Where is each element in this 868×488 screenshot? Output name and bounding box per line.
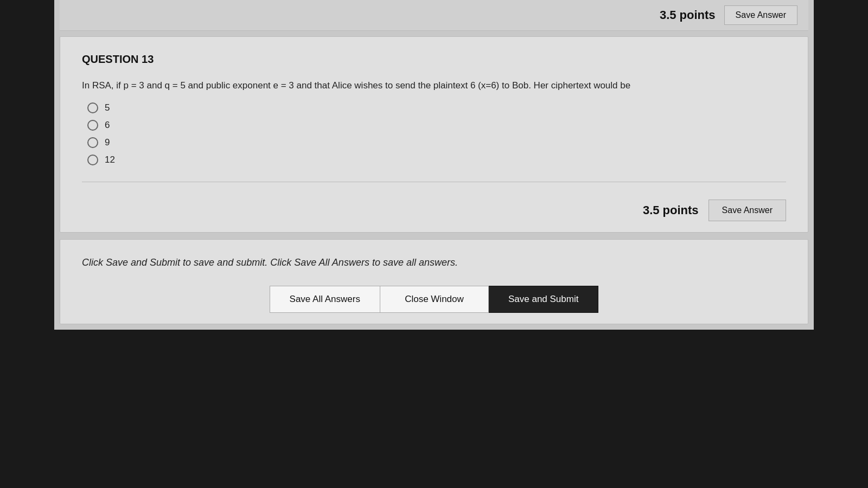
radio-5[interactable] <box>87 102 98 113</box>
question-text: In RSA, if p = 3 and q = 5 and public ex… <box>82 79 786 93</box>
option-item-12[interactable]: 12 <box>87 155 786 165</box>
option-item-5[interactable]: 5 <box>87 102 786 113</box>
option-label-5: 5 <box>105 102 110 113</box>
options-list: 5 6 9 12 <box>87 102 786 165</box>
option-label-9: 9 <box>105 137 110 148</box>
top-points-bar: 3.5 points Save Answer <box>60 0 808 31</box>
radio-12[interactable] <box>87 155 98 165</box>
footer-buttons: Save All Answers Close Window Save and S… <box>82 286 786 313</box>
option-label-12: 12 <box>105 155 115 165</box>
question-card: QUESTION 13 In RSA, if p = 3 and q = 5 a… <box>60 36 808 233</box>
footer-instruction: Click Save and Submit to save and submit… <box>82 255 786 271</box>
footer-card: Click Save and Submit to save and submit… <box>60 239 808 324</box>
top-points-label: 3.5 points <box>660 8 716 22</box>
top-save-answer-button[interactable]: Save Answer <box>724 5 797 25</box>
radio-6[interactable] <box>87 120 98 131</box>
close-window-button[interactable]: Close Window <box>380 286 489 313</box>
save-submit-button[interactable]: Save and Submit <box>489 286 598 313</box>
question-label: QUESTION 13 <box>82 53 786 66</box>
option-item-9[interactable]: 9 <box>87 137 786 148</box>
option-label-6: 6 <box>105 120 110 131</box>
option-item-6[interactable]: 6 <box>87 120 786 131</box>
bottom-save-answer-button[interactable]: Save Answer <box>709 200 786 221</box>
bottom-points-label: 3.5 points <box>643 203 699 217</box>
main-container: 3.5 points Save Answer QUESTION 13 In RS… <box>54 0 814 330</box>
radio-9[interactable] <box>87 137 98 148</box>
question-footer: 3.5 points Save Answer <box>82 191 786 221</box>
divider <box>82 182 786 182</box>
save-all-answers-button[interactable]: Save All Answers <box>270 286 380 313</box>
